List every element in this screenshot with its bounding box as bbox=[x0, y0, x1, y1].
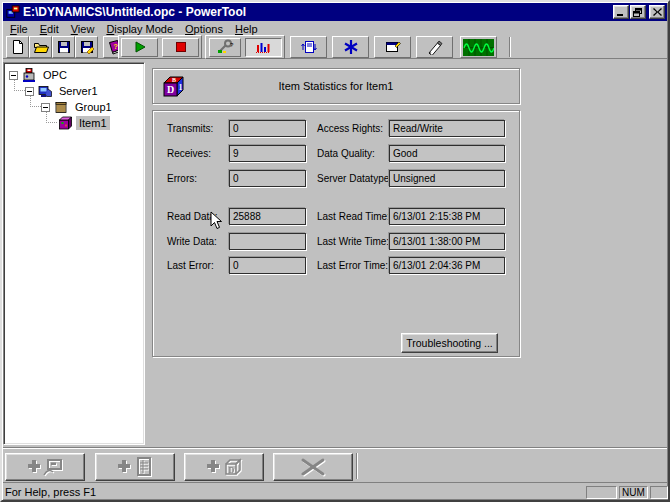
last-error-value: 0 bbox=[229, 257, 306, 274]
svg-text:D: D bbox=[229, 466, 235, 475]
powertool-window: { "window": { "title": "E:\\DYNAMICS\\Un… bbox=[0, 0, 670, 502]
tree-label[interactable]: Server1 bbox=[56, 84, 101, 98]
options-button[interactable] bbox=[332, 36, 369, 58]
menu-display-mode[interactable]: Display Mode bbox=[100, 22, 179, 36]
server-datatype-row: Server Datatype: Unsigned bbox=[317, 170, 517, 188]
opc-icon bbox=[21, 67, 37, 83]
server-icon bbox=[37, 83, 53, 99]
write-button[interactable] bbox=[416, 36, 453, 58]
main-toolbar: ? ? bbox=[3, 36, 667, 59]
tools-icon: ? bbox=[216, 39, 234, 55]
properties-window-icon bbox=[385, 39, 401, 55]
add-server-button[interactable] bbox=[5, 453, 85, 481]
svg-text:?: ? bbox=[230, 42, 234, 48]
data-quality-label: Data Quality: bbox=[317, 145, 375, 162]
last-error-label: Last Error: bbox=[167, 257, 214, 274]
panel-title: Item Statistics for Item1 bbox=[153, 80, 519, 92]
toolbar-separator bbox=[509, 37, 511, 57]
read-data-value: 25888 bbox=[229, 208, 306, 225]
tree-label[interactable]: OPC bbox=[40, 68, 70, 82]
item-update-button[interactable] bbox=[290, 36, 327, 58]
tree-label-selected[interactable]: Item1 bbox=[76, 116, 110, 130]
bar-chart-icon bbox=[255, 39, 271, 55]
status-bar: For Help, press F1 NUM bbox=[3, 484, 667, 500]
menu-file[interactable]: File bbox=[4, 22, 34, 36]
stop-monitoring-button[interactable] bbox=[162, 38, 199, 57]
tree-label[interactable]: Group1 bbox=[72, 100, 115, 114]
write-data-value bbox=[229, 233, 306, 250]
minimize-button[interactable] bbox=[613, 5, 629, 19]
save-button[interactable] bbox=[52, 36, 75, 58]
menu-bar: File Edit View Display Mode Options Help bbox=[3, 21, 667, 36]
close-button[interactable] bbox=[649, 5, 665, 19]
write-data-label: Write Data: bbox=[167, 233, 217, 250]
last-read-time-value: 6/13/01 2:15:38 PM bbox=[389, 208, 505, 225]
tree-item-group1[interactable]: Group1 bbox=[4, 99, 144, 115]
item-statistics-button[interactable] bbox=[245, 38, 282, 57]
start-monitoring-button[interactable] bbox=[121, 38, 158, 57]
receives-value: 9 bbox=[229, 145, 306, 162]
svg-text:?: ? bbox=[113, 43, 117, 50]
troubleshooting-button[interactable]: Troubleshooting ... bbox=[401, 333, 498, 353]
status-pane-num: NUM bbox=[619, 486, 648, 499]
last-write-time-label: Last Write Time: bbox=[317, 233, 389, 250]
add-item-button[interactable]: D bbox=[184, 453, 264, 481]
last-error-time-label: Last Error Time: bbox=[317, 257, 388, 274]
title-bar: E:\DYNAMICS\Untitled.opc - PowerTool bbox=[3, 3, 667, 21]
delete-button[interactable] bbox=[273, 453, 353, 481]
status-pane-scrl bbox=[650, 486, 668, 499]
minimize-icon bbox=[616, 8, 626, 17]
stats-header: D B 1 Item Statistics for Item1 bbox=[152, 68, 520, 104]
oscilloscope-icon bbox=[463, 39, 494, 56]
tree-item-server1[interactable]: Server1 bbox=[4, 83, 144, 99]
bottom-toolbar: D bbox=[3, 447, 667, 483]
menu-view[interactable]: View bbox=[65, 22, 101, 36]
item-statistics-box: Transmits: 0 Receives: 9 Errors: 0 Read … bbox=[152, 110, 520, 357]
collapse-toggle[interactable] bbox=[41, 103, 50, 112]
play-icon bbox=[133, 40, 147, 54]
errors-label: Errors: bbox=[167, 170, 197, 187]
save-as-button[interactable] bbox=[75, 36, 98, 58]
add-group-button[interactable] bbox=[95, 453, 175, 481]
new-document-icon bbox=[10, 39, 26, 55]
asterisk-icon bbox=[343, 39, 359, 55]
save-floppy-icon bbox=[56, 39, 72, 55]
opc-tree-panel[interactable]: OPC Server1 Group1 Item1 bbox=[3, 62, 145, 445]
monitor-button[interactable] bbox=[460, 36, 497, 58]
collapse-toggle[interactable] bbox=[25, 87, 34, 96]
restore-button[interactable] bbox=[630, 5, 646, 19]
new-file-button[interactable] bbox=[6, 36, 29, 58]
close-icon bbox=[653, 8, 662, 16]
data-quality-row: Data Quality: Good bbox=[317, 145, 517, 163]
menu-options[interactable]: Options bbox=[179, 22, 229, 36]
menu-edit[interactable]: Edit bbox=[34, 22, 65, 36]
errors-value: 0 bbox=[229, 170, 306, 187]
view-mode-group: ? bbox=[205, 35, 285, 59]
access-rights-value: Read/Write bbox=[389, 120, 505, 137]
server-datatype-value: Unsigned bbox=[389, 170, 505, 187]
receives-label: Receives: bbox=[167, 145, 211, 162]
properties-button[interactable] bbox=[374, 36, 411, 58]
tree-item-item1[interactable]: Item1 bbox=[4, 115, 144, 131]
access-rights-row: Access Rights: Read/Write bbox=[317, 120, 517, 138]
last-error-time-value: 6/13/01 2:04:36 PM bbox=[389, 257, 505, 274]
delete-x-icon bbox=[295, 457, 331, 477]
app-icon bbox=[6, 5, 20, 19]
menu-help[interactable]: Help bbox=[229, 22, 264, 36]
data-quality-value: Good bbox=[389, 145, 505, 162]
refresh-item-icon bbox=[301, 39, 317, 55]
collapse-toggle[interactable] bbox=[9, 71, 18, 80]
last-error-time-row: Last Error Time: 6/13/01 2:04:36 PM bbox=[317, 257, 517, 275]
status-pane-caps bbox=[586, 486, 617, 499]
last-read-time-row: Last Read Time: 6/13/01 2:15:38 PM bbox=[317, 208, 517, 226]
restore-icon bbox=[633, 8, 643, 17]
monitor-control-group bbox=[118, 35, 202, 59]
access-rights-label: Access Rights: bbox=[317, 120, 383, 137]
transmits-label: Transmits: bbox=[167, 120, 213, 137]
tree-item-opc[interactable]: OPC bbox=[4, 67, 144, 83]
server-tools-button[interactable]: ? bbox=[209, 38, 241, 57]
open-file-button[interactable] bbox=[29, 36, 52, 58]
stop-icon bbox=[174, 40, 188, 54]
status-help-text: For Help, press F1 bbox=[5, 486, 96, 498]
mouse-cursor bbox=[210, 211, 223, 231]
